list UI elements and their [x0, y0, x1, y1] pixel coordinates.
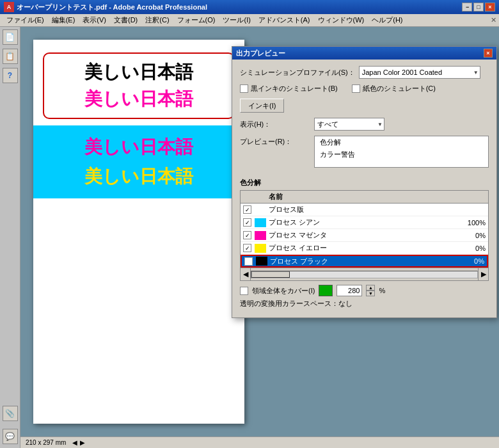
menu-window[interactable]: ウィンドウ(W)	[314, 14, 368, 26]
text-black-1: 美しい日本語	[84, 60, 193, 84]
sep-name-3: プロセス イエロー	[269, 243, 463, 253]
text-pink-1: 美しい日本語	[84, 87, 193, 111]
preview-item-color-sep[interactable]: 色分解	[315, 136, 488, 148]
paper-color-sim-label: 紙色のシミュレート(C)	[363, 84, 436, 93]
spin-down[interactable]: ▼	[366, 291, 375, 296]
sep-pct-2: 0%	[463, 232, 486, 239]
tool-pages[interactable]: 📋	[3, 49, 18, 64]
black-ink-sim-checkbox[interactable]	[240, 84, 248, 93]
col-check	[243, 192, 255, 202]
paper-color-sim-row: 紙色のシミュレート(C)	[352, 84, 436, 93]
menu-help[interactable]: ヘルプ(H)	[368, 14, 406, 26]
display-label: 表示(H)：	[240, 120, 310, 129]
cover-pct-label: %	[379, 287, 385, 294]
menu-bar: ファイル(E) 編集(E) 表示(V) 文書(D) 注釈(C) フォーム(O) …	[0, 14, 499, 27]
sep-row-2[interactable]: ✓ プロセス マゼンタ 0%	[241, 229, 488, 242]
scroll-track[interactable]	[251, 271, 478, 278]
nav-left[interactable]: ◀	[72, 439, 77, 446]
menu-advanced[interactable]: アドバンスト(A)	[255, 14, 314, 26]
cover-color-swatch[interactable]	[319, 285, 333, 296]
toolbar-left: 📄 📋 ? 📎 💬	[0, 27, 20, 448]
sep-color-0	[255, 205, 266, 214]
text-pink-2: 美しい日本語	[84, 135, 193, 159]
menu-tools[interactable]: ツール(I)	[219, 14, 254, 26]
sep-row-3[interactable]: ✓ プロセス イエロー 0%	[241, 242, 488, 255]
menu-comments[interactable]: 注釈(C)	[141, 14, 173, 26]
app-body: 📄 📋 ? 📎 💬 美しい日本語 美しい日本語 美しい日本語 美しい日本語 21…	[0, 27, 499, 448]
sep-row-4[interactable]: ✓ プロセス ブラック 0%	[241, 255, 488, 268]
title-bar: A オーバープリントテスト.pdf - Adobe Acrobat Profes…	[0, 0, 499, 14]
black-ink-sim-row: 黒インキのシミュレート(B)	[240, 84, 338, 93]
display-row: 表示(H)： すべて ▼	[240, 118, 489, 131]
spin-up[interactable]: ▲	[366, 285, 375, 291]
sep-color-3	[255, 244, 266, 253]
tool-new-doc[interactable]: 📄	[3, 29, 18, 45]
sep-color-4	[256, 257, 267, 266]
text-yellow-1: 美しい日本語	[84, 164, 193, 189]
display-value: すべて	[317, 120, 338, 129]
scroll-thumb[interactable]	[251, 271, 290, 278]
tool-comment[interactable]: 💬	[3, 429, 18, 444]
minimize-button[interactable]: －	[462, 3, 472, 12]
cover-all-checkbox[interactable]	[240, 287, 248, 295]
sep-row-0[interactable]: ✓ プロセス版	[241, 204, 488, 216]
simulation-profile-value: Japan Color 2001 Coated	[362, 68, 442, 76]
sep-cb-2[interactable]: ✓	[243, 231, 255, 239]
scroll-right-btn[interactable]: ▶	[478, 268, 488, 280]
canvas-area: 美しい日本語 美しい日本語 美しい日本語 美しい日本語 210 x 297 mm…	[20, 27, 499, 448]
transparency-label: 透明の変換用カラースペース：なし	[240, 300, 352, 307]
display-select-wrapper: すべて ▼	[314, 118, 384, 131]
sep-row-1[interactable]: ✓ プロセス シアン 100%	[241, 216, 488, 229]
col-pct	[463, 192, 486, 202]
window-controls: － □ ×	[462, 3, 495, 12]
scroll-left-btn[interactable]: ◀	[241, 268, 251, 280]
sep-color-1	[255, 218, 266, 227]
menu-view[interactable]: 表示(V)	[79, 14, 110, 26]
preview-list[interactable]: 色分解 カラー警告	[314, 136, 489, 168]
sep-name-2: プロセス マゼンタ	[269, 230, 463, 240]
sep-cb-1[interactable]: ✓	[243, 218, 255, 227]
simulation-profile-select-wrapper: Japan Color 2001 Coated ▼	[359, 66, 480, 79]
display-select[interactable]: すべて ▼	[314, 118, 384, 131]
close-button[interactable]: ×	[485, 3, 495, 12]
menu-forms[interactable]: フォーム(O)	[173, 14, 219, 26]
preview-item-color-warning[interactable]: カラー警告	[315, 148, 488, 161]
sep-cb-3[interactable]: ✓	[243, 244, 255, 252]
color-sep-section-label: 色分解	[240, 178, 489, 188]
menu-file[interactable]: ファイル(E)	[3, 14, 48, 26]
simulation-profile-select[interactable]: Japan Color 2001 Coated ▼	[359, 66, 480, 79]
tool-attach[interactable]: 📎	[3, 406, 18, 421]
display-arrow: ▼	[377, 122, 383, 127]
table-scrollbar[interactable]: ◀ ▶	[240, 268, 489, 281]
simulation-profile-label: シミュレーションプロファイル(S)：	[240, 68, 355, 77]
dialog-title-bar: 出力プレビュー ×	[232, 47, 496, 60]
sep-cb-4[interactable]: ✓	[244, 257, 256, 266]
sep-name-0: プロセス版	[269, 205, 463, 214]
sep-name-1: プロセス シアン	[269, 218, 463, 227]
sep-name-4: プロセス ブラック	[270, 257, 462, 266]
red-bordered-box: 美しい日本語 美しい日本語	[43, 52, 235, 119]
cover-all-row: 領域全体をカバー(I) 280 ▲ ▼ %	[240, 285, 489, 296]
sep-cb-0[interactable]: ✓	[243, 205, 255, 214]
sep-table-header: 名前	[241, 191, 488, 204]
simulation-profile-row: シミュレーションプロファイル(S)： Japan Color 2001 Coat…	[240, 66, 489, 79]
dialog-body: シミュレーションプロファイル(S)： Japan Color 2001 Coat…	[232, 60, 496, 317]
ink-button[interactable]: インキ(I)	[240, 99, 284, 113]
sep-color-2	[255, 231, 266, 240]
tool-help[interactable]: ?	[3, 68, 18, 83]
menu-document[interactable]: 文書(D)	[110, 14, 141, 26]
status-bar: 210 x 297 mm ◀ ▶	[20, 436, 499, 448]
menu-close-x[interactable]: ✕	[491, 16, 496, 24]
black-ink-sim-label: 黒インキのシミュレート(B)	[251, 84, 338, 93]
separation-table: 名前 ✓ プロセス版 ✓	[240, 190, 489, 268]
dialog-close-button[interactable]: ×	[484, 49, 493, 58]
ink-button-row: インキ(I)	[240, 99, 489, 113]
nav-right[interactable]: ▶	[80, 439, 85, 446]
dialog-title-text: 出力プレビュー	[236, 49, 285, 58]
cyan-section: 美しい日本語 美しい日本語	[33, 125, 244, 198]
menu-edit[interactable]: 編集(E)	[48, 14, 79, 26]
paper-color-sim-checkbox[interactable]	[352, 84, 360, 93]
output-preview-dialog: 出力プレビュー × シミュレーションプロファイル(S)： Japan Color…	[232, 46, 497, 318]
cover-value-input[interactable]: 280	[337, 285, 362, 296]
maximize-button[interactable]: □	[473, 3, 484, 12]
